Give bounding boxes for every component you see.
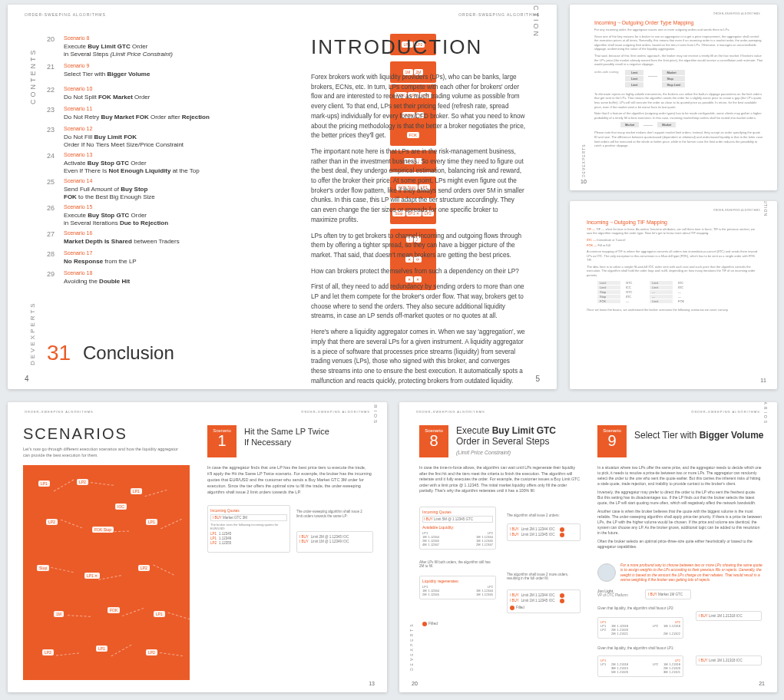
ioc-label: IOC —	[587, 238, 596, 242]
filled-legend: Filled	[428, 621, 438, 626]
t11-foot: Once we know the basics, we understand t…	[587, 308, 760, 312]
thumb-page-10: ORDER-SWEEPING ALGORITHMS DEVEXPERTS Inc…	[570, 5, 777, 190]
t10-title: Incoming→Outgoing Order Type Mapping	[594, 20, 763, 25]
sc9-p1: In a situation where two LPs offer the s…	[597, 465, 762, 487]
sc9-quote: For a more profound way to choose betwee…	[620, 563, 762, 583]
t10-p5: Note that if a feature of the algorithm …	[594, 111, 763, 120]
thumb-page-11: ORDER-SWEEPING ALGORITHMS EXECUTION Inco…	[570, 201, 777, 389]
running-head: ORDER-SWEEPING ALGORITHMS	[691, 410, 760, 414]
running-head: ORDER-SWEEPING ALGORITHMS	[713, 12, 760, 15]
sc8-step1: I BUYLimit 2M 1.12344 IOCI BUYLimit 1M 1…	[507, 523, 581, 541]
intro-p6: Here's where a liquidity aggregator come…	[311, 328, 526, 386]
intro-p3: LPs often try to get brokers to channel …	[311, 232, 526, 261]
person-role: VP of OTC Platform	[597, 593, 628, 597]
scenarios-hero: LP1LP2LP1LP2FOK StopLP1StopLP1 ✕LP21MFOK…	[23, 465, 190, 680]
sc8-note1: The algorithm shall issue 2 orders:	[507, 513, 580, 517]
scenarios-side: SCENARIOS	[373, 402, 378, 425]
pgnum-20: 20	[412, 681, 418, 686]
sc8-sub: (Limit Price Constraint)	[456, 450, 511, 455]
spread-contents-intro: ORDER-SWEEPING ALGORITHMS ORDER-SWEEPING…	[8, 5, 557, 389]
t10-p2: Since one of the key reasons for a broke…	[594, 35, 763, 51]
t10-p6: Please note that many market makers don'…	[594, 130, 763, 147]
t10-p4: To eliminate rejects on highly-volatile …	[594, 92, 763, 109]
sc9-out2: I BUY Limit 1M 1.21318 IOC	[696, 655, 762, 665]
page-number-4: 4	[25, 375, 29, 383]
contents-label: CONTENTS	[29, 48, 37, 105]
sc9-order: I BUY Market 1M GTC	[645, 589, 691, 599]
sc9-glnote2: Given that liquidity, the algorithm shal…	[597, 646, 674, 650]
sc8-p1: In case the time-in-force allows, the al…	[419, 465, 581, 494]
intro-p4: How can brokers protect themselves from …	[311, 267, 526, 277]
sc9-glnote: Given that liquidity, the algorithm shal…	[597, 606, 674, 610]
t10-p1: For any incoming order, the aggregator i…	[594, 28, 763, 32]
avatar	[597, 563, 616, 582]
sc8-note2: The algorithm shall issue 2 more orders,…	[507, 573, 580, 580]
conclusion-title: Conclusion	[83, 342, 174, 364]
sc1-box1: Incoming Quotes I BUY Market GTC 3M The …	[207, 505, 290, 553]
sc9-badge: Scenario9	[597, 425, 627, 457]
running-head: ORDER-SWEEPING ALGORITHMS	[25, 410, 94, 414]
fok-label: FOK —	[587, 243, 597, 247]
scenario-1-badge: Scenario 1	[207, 425, 237, 457]
t10-p3: That said, because of this 'limit orders…	[594, 54, 763, 67]
sc1-title: Hit the Same LP TwiceIf Necessary	[244, 427, 329, 448]
spread-scenarios: ORDER-SWEEPING ALGORITHMS ORDER-SWEEPING…	[8, 402, 387, 692]
sc9-tblA: LP1LP2 LP11M1.12318LP21M1.12318LP22M1.21…	[597, 617, 683, 639]
sc8-incoming: Incoming Quotes I BUY Limit 5M @ 1.12345…	[419, 507, 496, 550]
sc9-tblB: LP1LP2 LP12M1.21318LP21M1.213183M1.21319…	[597, 655, 683, 677]
sc8-title: Execute Buy Limit GTCOrder in Several St…	[456, 425, 556, 447]
intro-title: INTRODUCTION	[311, 35, 526, 59]
sc8-regen: Liquidity regenerates: LP1LP2 1M1.123441…	[419, 576, 496, 599]
page-number-5: 5	[535, 375, 540, 383]
pgnum-21: 21	[759, 681, 765, 686]
sc8-fillnote: After LPs fill both orders, the algorith…	[419, 560, 496, 568]
conclusion-number: 31	[47, 341, 71, 365]
t11-p1: A common mapping of TIF is where the agg…	[587, 249, 760, 262]
sc9-p3: Another case is when the broker believes…	[597, 509, 762, 536]
sc8-badge: Scenario8	[419, 425, 448, 457]
t11-p2: The idea here is to utilize a simple fil…	[587, 265, 760, 278]
sc9-p4: Often the broker selects an optimal pric…	[597, 539, 762, 550]
sc1-arrow-note: The order-sweeping algorithm shall issue…	[296, 510, 369, 519]
publisher-label-left: DEVEXPERTS	[29, 301, 36, 365]
running-head: ORDER-SWEEPING ALGORITHMS	[416, 410, 485, 414]
sc1-box2: I BUYLimit 2M @ 1.12345 IOCI BUYLimit 1M…	[296, 531, 373, 553]
pgnum-13: 13	[369, 681, 375, 686]
running-head-right: ORDER-SWEEPING ALGORITHMS	[458, 12, 540, 17]
intro-sidelabel: INTRODUCTION	[532, 5, 540, 38]
publisher-side: DEVEXPERTS	[581, 144, 586, 177]
t11-intro: TIF — short for time in force. As orders…	[587, 227, 755, 235]
pgnum-11: 11	[760, 378, 766, 383]
spread-20-21: ORDER-SWEEPING ALGORITHMS ORDER-SWEEPING…	[399, 402, 777, 692]
intro-p2: The important note here is that LPs are …	[311, 147, 526, 226]
execution-side: EXECUTION	[763, 201, 768, 216]
publisher-side: DEVEXPERTS	[409, 622, 414, 671]
sc9-p2: Inversely, the aggregator may prefer to …	[597, 490, 762, 506]
sc8-step2: I BUYLimit 2M 1.12344 IOCI BUYLimit 1M 1…	[507, 589, 581, 613]
intro-p1: Forex brokers work with liquidity provid…	[311, 73, 526, 141]
pgnum-10: 10	[581, 179, 587, 184]
running-head: ORDER-SWEEPING ALGORITHMS	[713, 209, 760, 212]
t11-title: Incoming→Outgoing TIF Mapping	[587, 220, 760, 225]
scenarios-title: SCENARIOS	[23, 425, 127, 443]
sc9-out1: I BUY Limit 1M 1.21318 IOC	[696, 611, 762, 621]
scenarios-lead: Let's now go through different execution…	[23, 447, 180, 458]
running-head-left: ORDER-SWEEPING ALGORITHMS	[25, 12, 106, 17]
sc1-p1: In case the aggregator finds that one LP…	[207, 465, 372, 496]
t10-left-label: order-side routing	[594, 70, 620, 74]
scenarios-side: SCENARIOS	[763, 402, 768, 425]
intro-p5: First of all, they need to add redundanc…	[311, 282, 526, 322]
running-head: ORDER-SWEEPING ALGORITHMS	[301, 410, 370, 414]
sc9-title: Select Tier with Bigger Volume	[634, 430, 764, 441]
